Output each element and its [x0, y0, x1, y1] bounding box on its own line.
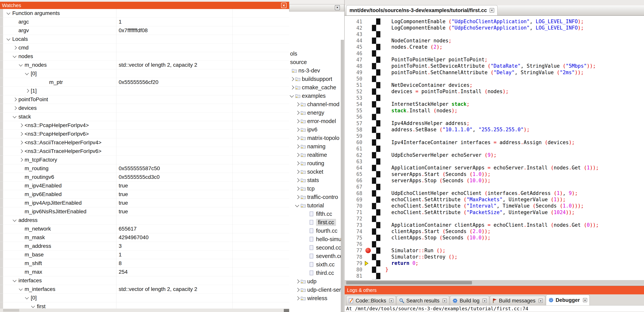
- chevron-right-icon[interactable]: [12, 97, 18, 102]
- tree-item-ns-3-dev[interactable]: ns-3-dev: [289, 66, 344, 75]
- chevron-right-icon[interactable]: [24, 88, 31, 94]
- watch-row[interactable]: Locals: [0, 35, 289, 43]
- watch-row[interactable]: pointToPoint: [0, 95, 289, 104]
- watch-row[interactable]: <ns3::AsciiTraceHelperForIpv6>: [0, 147, 289, 156]
- chevron-down-icon[interactable]: [18, 62, 24, 68]
- tree-item-naming[interactable]: naming: [289, 142, 344, 151]
- tree-item-ols[interactable]: ols: [289, 49, 344, 58]
- tree-item-matrix-topolo[interactable]: matrix-topolo: [289, 134, 344, 142]
- chevron-right-icon[interactable]: [295, 110, 300, 116]
- tree-item-tcp[interactable]: tcp: [289, 184, 344, 193]
- watch-row[interactable]: argv0x7fffffffdf08: [0, 26, 289, 35]
- tree-item-examples[interactable]: examples: [289, 92, 344, 100]
- tree-item-hello-simul[interactable]: hello-simul: [289, 235, 344, 243]
- watch-row[interactable]: [0]: [0, 294, 289, 302]
- tree-item-cmake-cache[interactable]: cmake_cache: [289, 83, 344, 92]
- watch-row[interactable]: <ns3::PcapHelperForIpv4>: [0, 121, 289, 130]
- tree-item-error-model[interactable]: error-model: [289, 117, 344, 125]
- close-icon[interactable]: ✕: [583, 298, 587, 302]
- tree-item-third-cc[interactable]: third.cc: [289, 269, 344, 277]
- code-area[interactable]: 41 LogComponentEnable ("UdpEchoClientApp…: [345, 16, 644, 283]
- logs-tab-search-results[interactable]: Search results✕: [396, 296, 449, 305]
- chevron-right-icon[interactable]: [295, 186, 300, 191]
- chevron-right-icon[interactable]: [18, 140, 24, 146]
- watch-row[interactable]: Function arguments: [0, 9, 289, 18]
- watch-row[interactable]: interfaces: [0, 276, 289, 285]
- chevron-right-icon[interactable]: [295, 127, 300, 133]
- chevron-right-icon[interactable]: [295, 118, 300, 124]
- project-tree-titlebar[interactable]: ✕: [289, 4, 344, 11]
- watch-row[interactable]: <ns3::PcapHelperForIpv6>: [0, 130, 289, 138]
- chevron-right-icon[interactable]: [295, 152, 300, 158]
- close-icon[interactable]: ✕: [389, 299, 394, 303]
- chevron-right-icon[interactable]: [295, 295, 300, 301]
- tree-item-first-cc[interactable]: first.cc: [289, 218, 344, 227]
- chevron-right-icon[interactable]: [295, 144, 300, 149]
- tree-item-second-cc[interactable]: second.cc: [289, 243, 344, 252]
- tree-item-channel-mod[interactable]: channel-mod: [289, 100, 344, 109]
- chevron-right-icon[interactable]: [295, 135, 300, 141]
- logs-titlebar[interactable]: Logs & others: [345, 286, 644, 294]
- tree-item-traffic-contro[interactable]: traffic-contro: [289, 193, 344, 201]
- close-icon[interactable]: ✕: [482, 299, 487, 303]
- watch-row[interactable]: m_ipv6Enabledtrue: [0, 190, 289, 199]
- editor-tab-first-cc[interactable]: mnt/dev/tools/source/ns-3-dev/examples/t…: [346, 5, 498, 15]
- tree-item-sixth-cc[interactable]: sixth.cc: [289, 260, 344, 269]
- chevron-right-icon[interactable]: [295, 279, 300, 284]
- chevron-right-icon[interactable]: [295, 101, 300, 107]
- watch-row[interactable]: <ns3::AsciiTraceHelperForIpv4>: [0, 138, 289, 147]
- chevron-right-icon[interactable]: [295, 169, 300, 174]
- watches-titlebar[interactable]: Watches ✕: [0, 2, 289, 9]
- watch-row[interactable]: m_ptr0x55555556cf20: [0, 78, 289, 87]
- watch-row[interactable]: m_mask4294967040: [0, 233, 289, 242]
- chevron-down-icon[interactable]: [18, 286, 24, 292]
- tree-item-energy[interactable]: energy: [289, 109, 344, 117]
- watch-row[interactable]: m_max254: [0, 268, 289, 276]
- tree-item-stats[interactable]: stats: [289, 176, 344, 184]
- tree-item-fourth-cc[interactable]: fourth.cc: [289, 227, 344, 235]
- chevron-down-icon[interactable]: [24, 71, 31, 76]
- tree-item-wireless[interactable]: wireless: [289, 294, 344, 303]
- watch-row[interactable]: argc1: [0, 18, 289, 26]
- tree-item-ipv6[interactable]: ipv6: [289, 125, 344, 134]
- watch-row[interactable]: devices: [0, 104, 289, 113]
- editor-hscrollbar[interactable]: [345, 280, 644, 285]
- chevron-right-icon[interactable]: [295, 194, 300, 200]
- watch-row[interactable]: m_ipv6NsRsJitterEnabledtrue: [0, 207, 289, 216]
- chevron-right-icon[interactable]: [12, 45, 18, 51]
- tree-item-realtime[interactable]: realtime: [289, 151, 344, 159]
- chevron-down-icon[interactable]: [6, 36, 12, 42]
- watch-row[interactable]: m_nodesstd::vector of length 2, capacity…: [0, 61, 289, 69]
- chevron-down-icon[interactable]: [290, 93, 295, 99]
- watch-row[interactable]: stack: [0, 113, 289, 121]
- chevron-right-icon[interactable]: [295, 177, 300, 183]
- chevron-down-icon[interactable]: [12, 53, 18, 59]
- close-icon[interactable]: ✕: [281, 3, 286, 8]
- chevron-right-icon[interactable]: [18, 148, 24, 154]
- tree-item-seventh-cc[interactable]: seventh.cc: [289, 252, 344, 260]
- chevron-right-icon[interactable]: [295, 287, 300, 293]
- chevron-down-icon[interactable]: [295, 203, 300, 208]
- chevron-right-icon[interactable]: [18, 157, 24, 163]
- chevron-right-icon[interactable]: [18, 131, 24, 137]
- chevron-down-icon[interactable]: [12, 114, 18, 120]
- watch-row[interactable]: m_interfacesstd::vector of length 2, cap…: [0, 285, 289, 294]
- watch-row[interactable]: m_routingv60x5555555cd3c0: [0, 173, 289, 181]
- chevron-down-icon[interactable]: [30, 304, 37, 309]
- logs-tab-build-messages[interactable]: Build messages✕: [490, 296, 545, 305]
- watches-hscrollbar[interactable]: [0, 309, 289, 312]
- chevron-down-icon[interactable]: [24, 295, 31, 301]
- close-icon[interactable]: ✕: [538, 299, 543, 303]
- tree-item-socket[interactable]: socket: [289, 167, 344, 176]
- chevron-down-icon[interactable]: [6, 10, 12, 16]
- tree-item-fifth-cc[interactable]: fifth.cc: [289, 210, 344, 218]
- chevron-right-icon[interactable]: [18, 123, 24, 128]
- watch-row[interactable]: nodes: [0, 52, 289, 61]
- tree-item-buildsupport[interactable]: buildsupport: [289, 75, 344, 83]
- close-icon[interactable]: ✕: [490, 8, 494, 13]
- watches-hscrollbar-thumb[interactable]: [3, 309, 19, 312]
- chevron-right-icon[interactable]: [12, 105, 18, 111]
- tree-item-udp-client-ser[interactable]: udp-client-ser: [289, 286, 344, 294]
- close-icon[interactable]: ✕: [442, 299, 447, 303]
- watch-row[interactable]: first: [0, 302, 289, 309]
